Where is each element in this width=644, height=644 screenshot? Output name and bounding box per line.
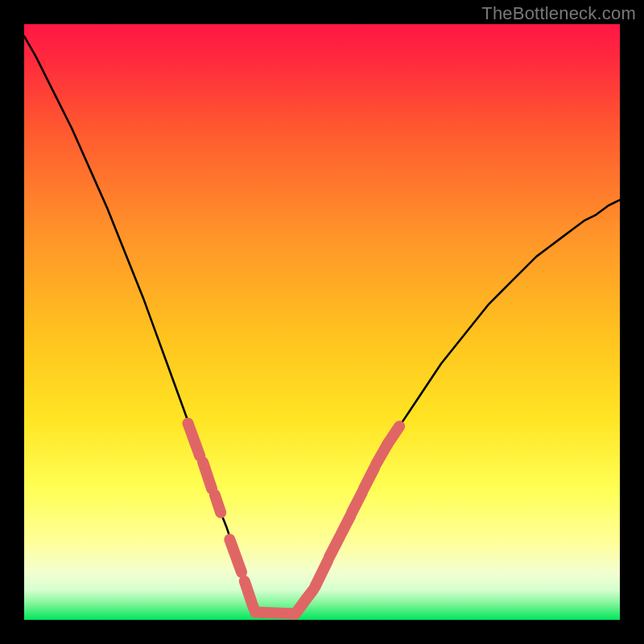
highlight-segment <box>203 462 212 489</box>
highlight-segment <box>341 516 351 535</box>
highlight-segment <box>215 495 221 513</box>
highlight-segment <box>245 581 254 608</box>
highlight-segment <box>188 423 200 456</box>
plot-area <box>24 24 620 620</box>
highlight-segments <box>188 423 400 614</box>
highlight-segment <box>315 560 328 587</box>
highlight-segment <box>387 427 399 444</box>
highlight-segment <box>255 612 295 613</box>
highlight-segment <box>364 468 374 489</box>
highlight-segment <box>352 492 362 513</box>
highlight-segment <box>329 536 340 557</box>
bottleneck-curve <box>24 24 620 620</box>
highlight-segment <box>229 539 242 572</box>
watermark-text: TheBottleneck.com <box>481 3 636 24</box>
outer-frame: TheBottleneck.com <box>0 0 644 644</box>
curve-line <box>24 36 620 617</box>
